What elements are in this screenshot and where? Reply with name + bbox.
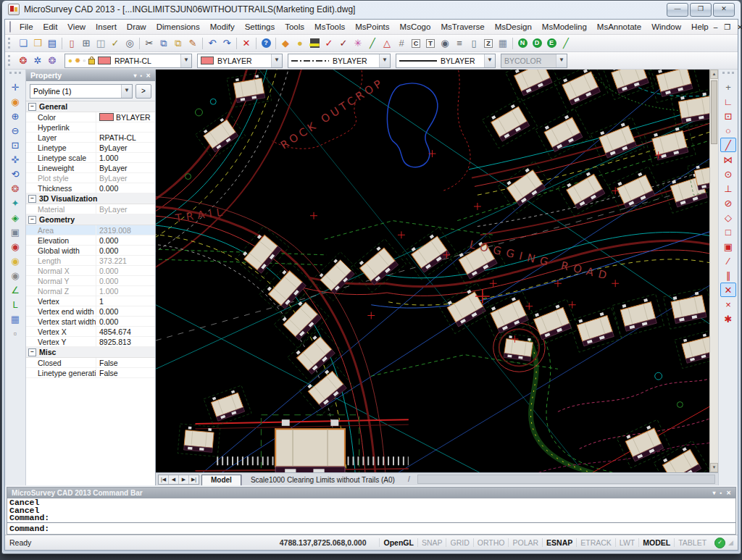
scrollbar-thumb[interactable]	[711, 80, 717, 144]
tab-model[interactable]: Model	[201, 475, 241, 485]
new-icon[interactable]: ❏	[16, 36, 30, 50]
panel-menu-icon[interactable]: ▾	[712, 490, 715, 496]
property-row[interactable]: Global width0.000	[26, 246, 155, 256]
save-icon[interactable]: ▤	[45, 36, 59, 50]
north-icon[interactable]: N	[515, 36, 530, 50]
property-row[interactable]: Elevation0.000	[26, 235, 155, 246]
help-icon[interactable]: ?	[259, 36, 273, 50]
menu-msdesign[interactable]: MsDesign	[490, 21, 537, 33]
menu-window[interactable]: Window	[646, 21, 686, 33]
cut-icon[interactable]: ✂	[142, 36, 157, 50]
collapse-icon[interactable]: −	[28, 195, 36, 203]
scroll-up-icon[interactable]: ▲	[710, 70, 718, 79]
menu-msmodeling[interactable]: MsModeling	[537, 21, 592, 33]
property-value[interactable]: 0.000	[96, 236, 155, 245]
property-row[interactable]: ColorBYLAYER	[26, 112, 155, 122]
menu-tools[interactable]: Tools	[280, 21, 309, 33]
property-value[interactable]: 0.000	[96, 317, 155, 326]
property-row[interactable]: Vertex end width0.000	[26, 306, 155, 317]
chevron-down-icon[interactable]: ▼	[484, 54, 495, 67]
snap-perpendicular-icon[interactable]: ⊥	[720, 181, 736, 196]
menu-mspoints[interactable]: MsPoints	[350, 21, 394, 33]
toggle-etrack[interactable]: ETRACK	[576, 538, 615, 547]
property-value[interactable]: False	[96, 359, 155, 367]
snap-nearest-point-icon[interactable]: ∕	[720, 254, 736, 268]
tab-layout[interactable]: Scale1000 Clearing Limits without Trails…	[241, 475, 404, 485]
view-top-eye-icon[interactable]: ◉	[7, 254, 23, 268]
zoom-window-icon[interactable]: ⊡	[7, 138, 23, 152]
property-row[interactable]: LayerRPATH-CL	[26, 133, 155, 143]
collapse-icon[interactable]: −	[28, 216, 36, 224]
toggle-grid[interactable]: GRID	[446, 538, 472, 547]
property-row[interactable]: Vertex start width0.000	[26, 317, 155, 327]
toggle-polar[interactable]: POLAR	[508, 538, 542, 547]
star-point-icon[interactable]: ✲	[30, 54, 45, 67]
print-icon[interactable]: ⊞	[79, 36, 93, 50]
highlight-icon[interactable]: ▬	[307, 36, 322, 50]
menu-insert[interactable]: Insert	[91, 21, 122, 33]
render-icon[interactable]: ❂	[45, 54, 59, 67]
snap-nearest-icon[interactable]: ╱	[720, 138, 736, 152]
slope-line-icon[interactable]: ╱	[559, 36, 573, 50]
paste-icon[interactable]: ⧉	[171, 36, 186, 50]
toggle-opengl[interactable]: OpenGL	[379, 538, 417, 547]
property-value[interactable]: 0.000	[96, 277, 155, 285]
property-value[interactable]: BYLAYER	[96, 113, 155, 122]
snap-insertion-icon[interactable]: ⊡	[720, 109, 736, 123]
property-value[interactable]: 373.221	[96, 256, 155, 265]
ucs-axes-icon[interactable]: ∠	[7, 283, 23, 297]
scroll-down-icon[interactable]: ▼	[710, 463, 718, 472]
viewports-icon[interactable]: ▦	[7, 312, 23, 326]
property-section[interactable]: −General	[26, 101, 155, 112]
tab-nav-icon-0[interactable]: |◀	[159, 475, 169, 484]
title-bar[interactable]: MicroSurvey CAD 2013 - [...INGLIMITSJUN0…	[2, 1, 741, 18]
snap-quadrant-icon[interactable]: ○	[720, 123, 736, 138]
command-input[interactable]: Command:	[7, 523, 735, 534]
orbit-icon[interactable]: ◈	[7, 210, 23, 225]
collapse-icon[interactable]: −	[28, 348, 36, 356]
zoom-realtime-icon[interactable]: ◉	[7, 94, 23, 109]
tab-nav-icon-1[interactable]: ◀	[169, 475, 179, 484]
snap-node-icon[interactable]: ◇	[720, 210, 736, 225]
menu-view[interactable]: View	[62, 21, 91, 33]
menu-settings[interactable]: Settings	[240, 21, 280, 33]
snap-mark-icon[interactable]: +	[720, 80, 736, 94]
open-icon[interactable]: ❒	[30, 36, 45, 50]
t-toggle-icon[interactable]: T	[423, 36, 438, 50]
tab-scroll-track[interactable]	[417, 475, 715, 484]
property-row[interactable]: Linetype scale1.000	[26, 153, 155, 163]
menu-help[interactable]: Help	[686, 21, 714, 33]
mdi-close-icon[interactable]: ✕	[737, 23, 742, 31]
toggle-model[interactable]: MODEL	[638, 538, 674, 547]
property-row[interactable]: Thickness0.000	[26, 183, 155, 193]
pin-icon[interactable]: ▪	[140, 72, 142, 79]
copy-icon[interactable]: ⧉	[157, 36, 171, 50]
menu-mscogo[interactable]: MsCogo	[395, 21, 436, 33]
quick-select-button[interactable]: >	[136, 84, 151, 99]
panel-menu-icon[interactable]: ▾	[133, 72, 136, 79]
mdi-restore-icon[interactable]: ❐	[724, 23, 730, 31]
toolbar-grip[interactable]	[8, 55, 13, 66]
zoom-previous-icon[interactable]: ⟲	[7, 167, 23, 181]
points-burst-icon[interactable]: ✳	[351, 36, 365, 50]
snap-intersection-icon[interactable]: ✕	[720, 283, 736, 297]
snap-apparent-icon[interactable]: ×	[720, 297, 736, 312]
zoom-in-icon[interactable]: ⊕	[7, 109, 23, 123]
property-value[interactable]: 2319.008	[96, 226, 155, 235]
redo-icon[interactable]: ↷	[220, 36, 234, 50]
property-value[interactable]: 1	[96, 297, 155, 306]
close-button[interactable]: ✕	[713, 3, 735, 17]
property-row[interactable]: Normal X0.000	[26, 266, 155, 276]
property-row[interactable]: Vertex X4854.674	[26, 327, 155, 337]
menu-dimensions[interactable]: Dimensions	[151, 21, 205, 33]
resize-grip-icon[interactable]: ◢	[728, 539, 733, 546]
menu-edit[interactable]: Edit	[38, 21, 63, 33]
snap-box-icon[interactable]: □	[720, 225, 736, 239]
distance-icon[interactable]: D	[530, 36, 544, 50]
tab-nav-icon-3[interactable]: ▶|	[189, 475, 199, 484]
toolbar-grip[interactable]	[722, 72, 734, 78]
chevron-down-icon[interactable]: ▼	[121, 85, 132, 98]
lineweight-combo[interactable]: BYLAYER ▼	[396, 54, 496, 68]
property-value[interactable]: RPATH-CL	[96, 133, 155, 142]
angle-icon[interactable]: △	[380, 36, 394, 50]
